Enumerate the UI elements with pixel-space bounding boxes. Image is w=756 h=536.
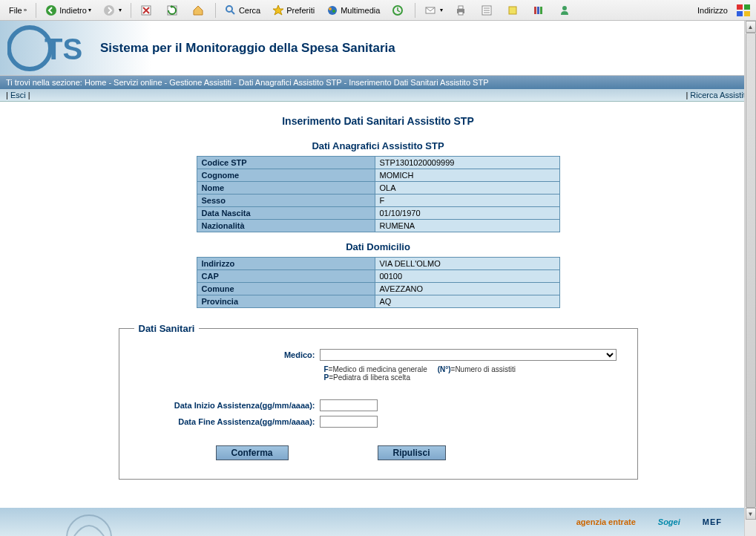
svg-text:TS: TS [45,33,82,65]
separator [215,3,216,18]
search-button[interactable]: Cerca [220,2,266,19]
medico-row: Medico: [134,349,622,361]
svg-rect-19 [534,7,536,14]
mail-button[interactable]: ▾ [419,2,448,19]
conferma-button[interactable]: Conferma [216,445,289,460]
table-row: Data Nascita01/10/1970 [197,207,559,220]
media-icon [326,4,338,16]
svg-rect-26 [744,11,750,16]
label-sesso: Sesso [197,195,375,207]
svg-point-7 [329,7,332,10]
dati-sanitari-legend: Dati Sanitari [134,323,200,334]
medico-legend-text: F=Medico di medicina generale (N°)=Numer… [324,365,622,382]
chevron-down-icon: ▾ [440,7,443,13]
multimedia-label: Multimedia [341,6,380,15]
sub-bar: | Esci | | Ricerca Assistito [0,89,756,102]
domicilio-title: Dati Domicilio [15,241,741,252]
edit-button[interactable] [476,2,500,19]
back-button[interactable]: Indietro ▾ [40,2,96,19]
browser-toolbar: File » Indietro ▾ ▾ Cerca [0,0,756,21]
value-sesso: F [375,195,559,207]
ts-logo-icon: TS [7,22,82,74]
breadcrumb-path: Home - Servizi online - Gestione Assisti… [85,78,489,87]
svg-point-8 [332,10,335,13]
print-button[interactable] [450,2,474,19]
favorites-button[interactable]: Preferiti [267,2,320,19]
history-button[interactable] [387,2,411,19]
discuss-button[interactable] [502,2,526,19]
svg-rect-25 [737,11,743,16]
value-data-nascita: 01/10/1970 [375,207,559,220]
svg-rect-18 [509,7,516,14]
label-nome: Nome [197,182,375,195]
value-comune: AVEZZANO [375,283,559,295]
value-indirizzo: VIA DELL'OLMO [375,258,559,270]
ripulisci-button[interactable]: Ripulisci [378,445,446,460]
mef-logo: MEF [703,517,722,526]
svg-rect-20 [537,7,539,14]
chevron-down-icon: ▾ [119,7,122,13]
stop-button[interactable] [135,2,160,19]
forward-button[interactable]: ▾ [98,2,127,19]
person-icon [559,4,571,16]
address-label: Indirizzo [693,4,732,16]
table-row: CAP00100 [197,270,559,283]
svg-rect-23 [737,4,743,10]
breadcrumb-prefix: Ti trovi nella sezione: [6,78,82,87]
refresh-button[interactable] [161,2,185,19]
search-label: Cerca [239,6,260,15]
svg-point-4 [226,6,232,12]
breadcrumb: Ti trovi nella sezione: Home - Servizi o… [0,76,756,89]
data-fine-label: Data Fine Assistenza(gg/mm/aaaa): [134,417,320,426]
label-codice-stp: Codice STP [197,157,375,169]
label-cap: CAP [197,270,375,283]
esci-link[interactable]: Esci [10,91,26,99]
table-row: NazionalitàRUMENA [197,220,559,232]
back-label: Indietro [59,6,87,15]
label-data-nascita: Data Nascita [197,207,375,220]
medico-select[interactable] [320,349,617,361]
svg-point-1 [104,5,114,16]
scroll-thumb[interactable] [746,33,756,508]
mail-icon [424,4,436,16]
page-title: Inserimento Dati Sanitari Assistito STP [15,115,741,127]
print-icon [455,4,467,16]
value-nome: OLA [375,182,559,195]
chevron-right-icon: » [24,7,27,13]
refresh-icon [166,4,178,16]
stop-icon [140,4,152,16]
home-button[interactable] [187,2,211,19]
anagrafici-table: Codice STPSTP1301020009999 CognomeMOMICH… [197,156,560,232]
data-inizio-input[interactable] [320,399,378,411]
history-icon [392,4,404,16]
scroll-up-arrow[interactable]: ▲ [746,21,756,33]
multimedia-button[interactable]: Multimedia [321,2,385,19]
search-icon [225,4,237,16]
header-banner: TS Sistema per il Monitoraggio della Spe… [0,21,756,76]
edit-icon [481,4,493,16]
data-inizio-label: Data Inizio Assistenza(gg/mm/aaaa): [134,401,320,410]
note-icon [507,4,519,16]
svg-rect-13 [458,12,463,15]
table-row: NomeOLA [197,182,559,195]
back-icon [45,4,57,16]
star-icon [272,4,284,16]
label-comune: Comune [197,283,375,295]
file-menu[interactable]: File » [4,4,32,17]
label-provincia: Provincia [197,295,375,308]
emblem-icon [30,508,148,536]
table-row: SessoF [197,195,559,207]
scroll-down-arrow[interactable]: ▼ [746,508,756,520]
svg-point-22 [562,6,567,10]
data-fine-row: Data Fine Assistenza(gg/mm/aaaa): [134,416,622,428]
domicilio-table: IndirizzoVIA DELL'OLMO CAP00100 ComuneAV… [197,257,560,308]
value-provincia: AQ [375,295,559,308]
table-row: ComuneAVEZZANO [197,283,559,295]
research-button[interactable] [527,2,552,19]
ricerca-assistito-link[interactable]: Ricerca Assistito [690,91,750,99]
footer: agenzia entrate Sogei MEF [0,508,744,536]
messenger-button[interactable] [553,2,578,19]
svg-point-6 [328,6,337,15]
data-fine-input[interactable] [320,416,378,428]
vertical-scrollbar[interactable]: ▲ ▼ [744,21,756,536]
